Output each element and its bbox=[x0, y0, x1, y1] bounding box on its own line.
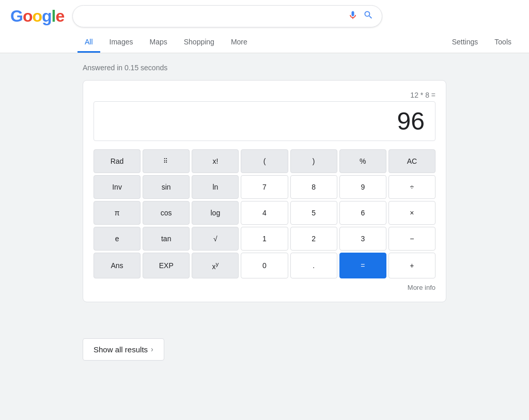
calc-btn-factorial[interactable]: x! bbox=[192, 149, 239, 173]
main-content: Answered in 0.15 seconds 12 * 8 = 96 Rad… bbox=[0, 53, 529, 371]
calc-btn-ac[interactable]: AC bbox=[388, 149, 435, 173]
calc-btn-ans[interactable]: Ans bbox=[94, 253, 141, 278]
calc-btn-grid[interactable]: ⠿ bbox=[143, 149, 190, 173]
calc-btn-0[interactable]: 0 bbox=[241, 253, 288, 278]
google-logo[interactable]: Google bbox=[10, 7, 64, 26]
microphone-icon[interactable] bbox=[348, 10, 358, 23]
calc-btn-subtract[interactable]: − bbox=[388, 227, 435, 251]
chevron-right-icon: › bbox=[151, 345, 153, 353]
tab-more[interactable]: More bbox=[224, 33, 255, 53]
calc-btn-ln[interactable]: ln bbox=[192, 175, 239, 199]
calc-btn-tan[interactable]: tan bbox=[143, 227, 190, 251]
calc-expression: 12 * 8 = bbox=[94, 91, 435, 99]
header-top: Google 12*8 bbox=[10, 5, 519, 33]
calc-btn-sqrt[interactable]: √ bbox=[192, 227, 239, 251]
tab-shopping[interactable]: Shopping bbox=[177, 33, 222, 53]
calc-btn-8[interactable]: 8 bbox=[290, 175, 337, 199]
calc-btn-decimal[interactable]: . bbox=[290, 253, 337, 278]
search-input[interactable]: 12*8 bbox=[81, 12, 348, 21]
tab-settings[interactable]: Settings bbox=[445, 33, 486, 53]
calc-btn-rad[interactable]: Rad bbox=[94, 149, 141, 173]
answer-time: Answered in 0.15 seconds bbox=[83, 64, 446, 72]
calc-btn-divide[interactable]: ÷ bbox=[388, 175, 435, 199]
calc-btn-4[interactable]: 4 bbox=[241, 201, 288, 225]
show-all-container: Show all results › bbox=[83, 318, 446, 361]
calc-display: 96 bbox=[94, 101, 435, 141]
calc-btn-e[interactable]: e bbox=[94, 227, 141, 251]
calc-btn-inv[interactable]: Inv bbox=[94, 175, 141, 199]
nav-tabs: All Images Maps Shopping More bbox=[77, 33, 255, 53]
calc-btn-9[interactable]: 9 bbox=[339, 175, 386, 199]
tab-tools[interactable]: Tools bbox=[487, 33, 519, 53]
calc-btn-log[interactable]: log bbox=[192, 201, 239, 225]
nav-right: Settings Tools bbox=[445, 33, 519, 53]
calc-btn-cos[interactable]: cos bbox=[143, 201, 190, 225]
calc-buttons: Rad ⠿ x! ( ) % AC Inv sin ln 7 8 9 ÷ π c… bbox=[94, 149, 435, 278]
calc-btn-multiply[interactable]: × bbox=[388, 201, 435, 225]
calc-btn-power[interactable]: xy bbox=[192, 253, 239, 278]
calc-btn-pi[interactable]: π bbox=[94, 201, 141, 225]
tab-images[interactable]: Images bbox=[102, 33, 141, 53]
calc-btn-add[interactable]: + bbox=[388, 253, 435, 278]
calc-btn-6[interactable]: 6 bbox=[339, 201, 386, 225]
nav-bar: All Images Maps Shopping More Settings T… bbox=[10, 33, 519, 53]
tab-maps[interactable]: Maps bbox=[142, 33, 174, 53]
calc-btn-7[interactable]: 7 bbox=[241, 175, 288, 199]
tab-all[interactable]: All bbox=[77, 33, 100, 53]
calc-btn-close-paren[interactable]: ) bbox=[290, 149, 337, 173]
search-box: 12*8 bbox=[72, 5, 382, 27]
search-icons bbox=[348, 10, 374, 23]
calc-btn-5[interactable]: 5 bbox=[290, 201, 337, 225]
show-all-results-button[interactable]: Show all results › bbox=[83, 338, 164, 361]
calc-btn-percent[interactable]: % bbox=[339, 149, 386, 173]
show-all-label: Show all results bbox=[94, 345, 148, 354]
calc-btn-open-paren[interactable]: ( bbox=[241, 149, 288, 173]
header: Google 12*8 All Images bbox=[0, 0, 529, 53]
calc-btn-sin[interactable]: sin bbox=[143, 175, 190, 199]
calc-btn-3[interactable]: 3 bbox=[339, 227, 386, 251]
calc-btn-2[interactable]: 2 bbox=[290, 227, 337, 251]
calc-btn-equals[interactable]: = bbox=[339, 253, 386, 278]
search-submit-icon[interactable] bbox=[363, 10, 374, 23]
calc-btn-exp[interactable]: EXP bbox=[143, 253, 190, 278]
calc-btn-1[interactable]: 1 bbox=[241, 227, 288, 251]
calculator-card: 12 * 8 = 96 Rad ⠿ x! ( ) % AC Inv sin ln… bbox=[83, 80, 446, 302]
more-info[interactable]: More info bbox=[94, 284, 435, 291]
